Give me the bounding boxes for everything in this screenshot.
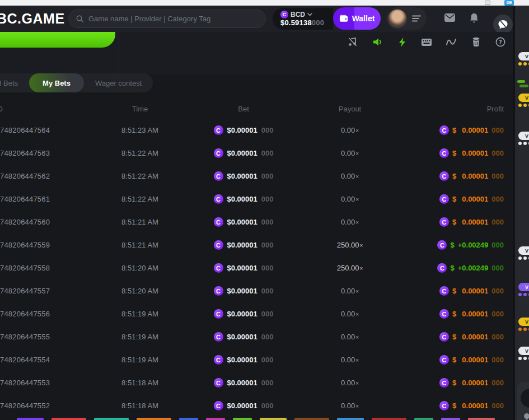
bet-profit: C $0.00001000	[392, 378, 513, 388]
wallet-icon	[339, 15, 348, 22]
turbo-icon[interactable]	[396, 36, 408, 48]
chat-image-fragment	[519, 85, 528, 87]
search-input[interactable]	[88, 15, 259, 23]
bcd-coin-icon: C	[439, 171, 449, 181]
bet-profit: C $0.00001000	[392, 355, 513, 365]
mail-button[interactable]	[444, 13, 456, 25]
bet-row[interactable]: 748206447561 8:51:22 AM C $0.00001000 0.…	[0, 188, 513, 211]
search-icon	[76, 15, 84, 23]
col-header-profit: Profit	[392, 105, 513, 113]
bet-amount: C $0.00001000	[179, 401, 308, 410]
bet-amount: C $0.00001000	[179, 148, 308, 158]
bet-row[interactable]: 748206447562 8:51:22 AM C $0.00001000 0.…	[0, 165, 513, 188]
clear-icon[interactable]	[470, 36, 481, 48]
chat-image-fragment	[517, 80, 525, 83]
bcd-coin-icon: C	[214, 309, 223, 319]
chat-message-fragment[interactable]: V	[518, 54, 529, 66]
bets-table-header: ID Time Bet Payout Profit	[0, 101, 513, 116]
bet-profit: C $0.00001000	[392, 332, 513, 342]
bet-row[interactable]: 748206447556 8:51:19 AM C $0.00001000 0.…	[0, 302, 513, 325]
bcd-coin-icon: C	[214, 355, 223, 365]
bet-id: 748206447561	[0, 195, 101, 203]
site-logo[interactable]: BC.GAME	[0, 11, 65, 27]
chat-toggle-icon	[498, 20, 508, 30]
multiplier-symbol: ×	[355, 197, 359, 203]
bet-row[interactable]: 748206447552 8:51:18 AM C $0.00001000 0.…	[0, 394, 513, 417]
tab-all-bets[interactable]: All Bets	[0, 73, 29, 92]
chat-toggle-button[interactable]	[493, 15, 513, 34]
wallet-button[interactable]: Wallet	[333, 7, 381, 30]
extension-icon[interactable]	[485, 1, 490, 5]
bet-amount: C $0.00001000	[179, 125, 308, 135]
bell-icon	[469, 13, 479, 24]
vip-dots	[518, 293, 529, 296]
footer-thumbnails-strip	[17, 418, 495, 420]
multiplier-symbol: ×	[359, 242, 363, 249]
music-muted-icon[interactable]	[347, 36, 358, 48]
user-avatar[interactable]	[388, 9, 407, 28]
bet-row[interactable]: 748206447564 8:51:23 AM C $0.00001000 0.…	[0, 119, 513, 142]
vip-badge: V	[518, 318, 529, 326]
bet-row[interactable]: 748206447563 8:51:22 AM C $0.00001000 0.…	[0, 142, 513, 165]
bet-amount: C $0.00001000	[179, 332, 308, 342]
bet-row[interactable]: 748206447553 8:51:18 AM C $0.00001000 0.…	[0, 371, 513, 394]
multiplier-symbol: ×	[355, 311, 359, 318]
chat-message-fragment[interactable]: V	[518, 133, 529, 145]
hotkeys-icon[interactable]	[421, 36, 432, 48]
bet-id: 748206447558	[0, 264, 101, 272]
bet-amount: C $0.00001000	[179, 217, 308, 227]
bet-payout: 0.00×	[308, 218, 392, 226]
user-menu[interactable]	[386, 7, 427, 30]
bcd-coin-icon: C	[437, 263, 447, 273]
help-icon[interactable]: ?	[495, 36, 506, 48]
currency-selector[interactable]: C BCD $0.59138000	[273, 8, 333, 30]
bet-payout: 0.00×	[308, 149, 392, 157]
extension-badge[interactable]: DE	[504, 0, 514, 6]
tab-wager-contest[interactable]: Wager contest	[84, 73, 153, 92]
bet-profit: C $0.00001000	[392, 309, 513, 319]
bet-id: 748206447552	[0, 402, 101, 410]
chat-rail[interactable]: V V V V V V	[515, 6, 529, 420]
top-header: BC.GAME C BCD $0.59138000 Wallet	[0, 6, 529, 32]
bet-time: 8:51:23 AM	[101, 126, 179, 134]
bet-payout: 0.00×	[308, 310, 392, 318]
bcd-coin-icon: C	[439, 378, 449, 388]
vip-dots	[518, 328, 529, 331]
bet-row[interactable]: 748206447554 8:51:19 AM C $0.00001000 0.…	[0, 348, 513, 371]
bet-profit: C $+0.00249000	[392, 240, 513, 250]
bcd-coin-icon: C	[439, 148, 449, 158]
scroll-down-button[interactable]	[521, 389, 529, 408]
chat-message-fragment[interactable]: V	[518, 95, 529, 107]
bcd-coin-icon: C	[437, 240, 447, 250]
bet-row[interactable]: 748206447559 8:51:21 AM C $0.00001000 25…	[0, 234, 513, 256]
sound-on-icon[interactable]	[372, 36, 383, 48]
bet-row[interactable]: 748206447557 8:51:20 AM C $0.00001000 0.…	[0, 279, 513, 302]
search-bar[interactable]	[68, 10, 266, 28]
bcd-coin-icon: C	[439, 355, 449, 365]
bet-payout: 250.00×	[308, 241, 392, 249]
chat-message-fragment[interactable]: V	[518, 284, 529, 296]
browser-edge-strip: DE	[0, 0, 529, 6]
bcd-coin-icon: C	[439, 332, 449, 342]
notifications-button[interactable]	[469, 13, 479, 26]
bcd-coin-icon: C	[214, 194, 223, 204]
bets-table-body: 748206447564 8:51:23 AM C $0.00001000 0.…	[0, 119, 513, 417]
bcd-coin-icon: C	[439, 194, 449, 204]
vip-badge: V	[518, 52, 529, 60]
bet-row[interactable]: 748206447558 8:51:20 AM C $0.00001000 25…	[0, 256, 513, 279]
game-green-banner	[0, 32, 115, 48]
bet-row[interactable]: 748206447560 8:51:21 AM C $0.00001000 0.…	[0, 211, 513, 234]
chevron-down-icon	[307, 13, 312, 16]
tab-my-bets[interactable]: My Bets	[29, 73, 84, 92]
bet-profit: C $0.00001000	[392, 194, 513, 204]
bet-row[interactable]: 748206447555 8:51:19 AM C $0.00001000 0.…	[0, 325, 513, 348]
chat-message-fragment[interactable]: V	[518, 248, 529, 260]
trends-icon[interactable]	[446, 36, 457, 48]
bet-amount: C $0.00001000	[179, 240, 308, 250]
bet-id: 748206447562	[0, 172, 101, 180]
vip-dots	[518, 256, 529, 260]
bet-id: 748206447559	[0, 241, 101, 249]
chat-message-fragment[interactable]: V	[518, 348, 529, 360]
chat-message-fragment[interactable]: V	[518, 319, 529, 331]
bet-time: 8:51:21 AM	[101, 241, 179, 249]
